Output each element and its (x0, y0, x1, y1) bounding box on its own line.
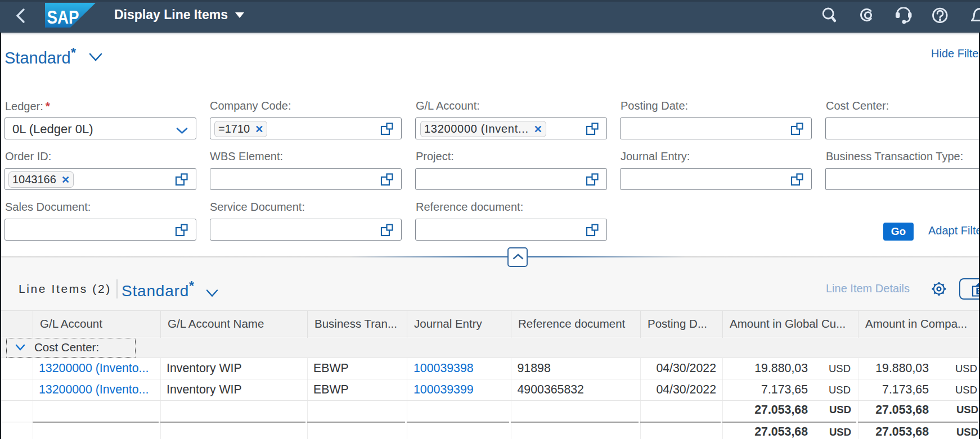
svg-text:SAP: SAP (47, 7, 79, 28)
